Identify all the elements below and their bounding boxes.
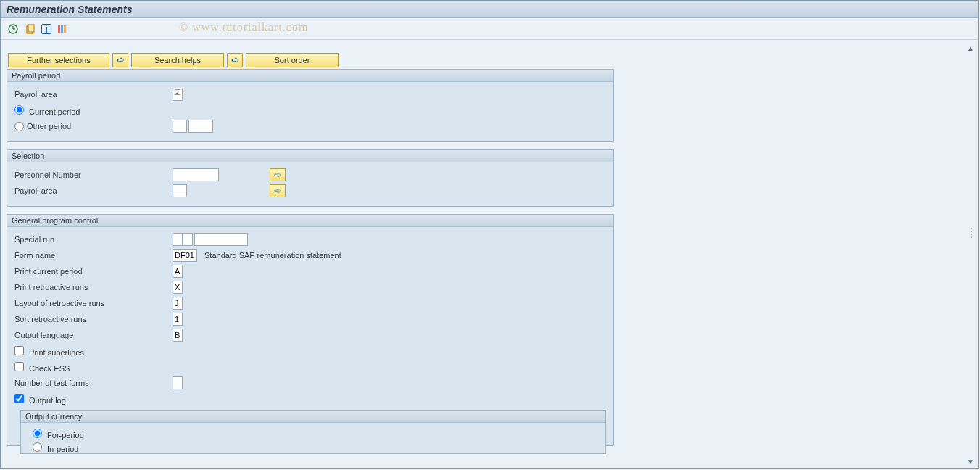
label-sort-retro: Sort retroactive runs [14, 315, 173, 323]
payroll-area-multiple-icon[interactable]: ➪ [270, 184, 286, 197]
label-in-period: In-period [47, 445, 78, 453]
content-area: Further selections ➪ Search helps ➪ Sort… [7, 43, 956, 465]
radio-current-period-input[interactable] [14, 105, 24, 115]
special-run-input-3[interactable] [194, 233, 248, 246]
label-check-ess: Check ESS [29, 364, 70, 373]
info-icon[interactable]: i [41, 24, 51, 34]
svg-rect-4 [61, 25, 63, 33]
label-layout-retro: Layout of retroactive runs [14, 299, 173, 308]
layout-retro-input[interactable] [173, 297, 183, 310]
group-title-payroll-period: Payroll period [7, 70, 613, 82]
num-test-input[interactable] [173, 376, 183, 389]
label-print-retro: Print retroactive runs [14, 283, 173, 292]
vertical-scrollbar[interactable]: ▲ ▼ [965, 43, 976, 466]
label-output-log: Output log [29, 396, 66, 405]
print-retro-input[interactable] [173, 281, 183, 294]
label-current-period: Current period [29, 107, 80, 116]
special-run-input-2[interactable] [183, 233, 193, 246]
sort-order-arrow-icon[interactable]: ➪ [227, 53, 243, 67]
special-run-input-1[interactable] [173, 233, 183, 246]
group-general-program-control: General program control Special run Form… [7, 214, 614, 446]
selection-buttons: Further selections ➪ Search helps ➪ Sort… [8, 53, 956, 67]
sort-order-button[interactable]: Sort order [246, 53, 339, 67]
other-period-input-2[interactable] [188, 120, 213, 133]
page-title: Remuneration Statements [7, 4, 132, 15]
title-bar: Remuneration Statements [1, 1, 978, 18]
form-name-desc: Standard SAP remuneration statement [204, 251, 341, 260]
label-special-run: Special run [14, 235, 173, 244]
print-superlines-input[interactable] [14, 346, 24, 355]
group-title-selection: Selection [7, 150, 613, 162]
checkbox-output-log[interactable]: Output log [14, 394, 66, 405]
execute-icon[interactable] [7, 22, 20, 36]
radio-other-period[interactable]: Other period [14, 122, 173, 131]
label-print-superlines: Print superlines [29, 348, 84, 357]
radio-in-period[interactable]: In-period [33, 442, 78, 453]
svg-rect-5 [64, 25, 66, 33]
payroll-area-input[interactable]: ☑ [173, 88, 183, 101]
get-variant-icon[interactable] [24, 22, 37, 36]
group-output-currency: Output currency For-period In-period [20, 410, 606, 454]
further-selections-button[interactable]: Further selections [8, 53, 109, 67]
checkbox-check-ess[interactable]: Check ESS [14, 362, 70, 373]
group-selection: Selection Personnel Number ➪ Payroll are… [7, 149, 614, 207]
out-lang-input[interactable] [173, 329, 183, 342]
splitter-grip[interactable]: ▪▪▪▪ [971, 218, 976, 247]
output-log-input[interactable] [14, 394, 24, 403]
radio-for-period-input[interactable] [33, 429, 42, 438]
radio-in-period-input[interactable] [33, 442, 42, 452]
group-payroll-period: Payroll period Payroll area ☑ Current pe… [7, 69, 614, 142]
print-current-input[interactable] [173, 265, 183, 278]
payroll-area-sel-input[interactable] [173, 184, 187, 197]
radio-other-period-input[interactable] [14, 122, 24, 131]
label-out-lang: Output language [14, 331, 173, 339]
radio-current-period[interactable]: Current period [14, 105, 80, 116]
scroll-down-icon[interactable]: ▼ [966, 456, 976, 466]
svg-rect-2 [28, 25, 34, 32]
check-ess-input[interactable] [14, 362, 24, 371]
label-other-period: Other period [27, 122, 71, 131]
search-helps-button[interactable]: Search helps [131, 53, 224, 67]
toolbar: i © www.tutorialkart.com [1, 18, 978, 40]
other-period-input-1[interactable] [173, 120, 187, 133]
label-print-current: Print current period [14, 267, 173, 276]
sort-retro-input[interactable] [173, 313, 183, 326]
group-title-gpc: General program control [7, 215, 613, 227]
label-num-test: Number of test forms [14, 379, 173, 387]
personnel-number-input[interactable] [173, 168, 219, 181]
form-name-input[interactable] [173, 249, 197, 262]
label-form-name: Form name [14, 251, 173, 260]
label-personnel-number: Personnel Number [14, 170, 173, 179]
layout-icon[interactable] [56, 22, 69, 36]
checkbox-print-superlines[interactable]: Print superlines [14, 346, 84, 357]
label-payroll-area-sel: Payroll area [14, 186, 173, 195]
personnel-number-multiple-icon[interactable]: ➪ [270, 168, 286, 181]
radio-for-period[interactable]: For-period [33, 429, 84, 440]
window: Remuneration Statements i © www.tutorial… [0, 0, 979, 469]
watermark-text: © www.tutorialkart.com [179, 21, 308, 34]
svg-rect-3 [58, 25, 60, 33]
scroll-up-icon[interactable]: ▲ [966, 43, 976, 53]
search-helps-arrow-icon[interactable]: ➪ [112, 53, 128, 67]
group-title-output-currency: Output currency [21, 411, 605, 423]
label-for-period: For-period [47, 431, 84, 440]
label-payroll-area: Payroll area [14, 90, 173, 99]
